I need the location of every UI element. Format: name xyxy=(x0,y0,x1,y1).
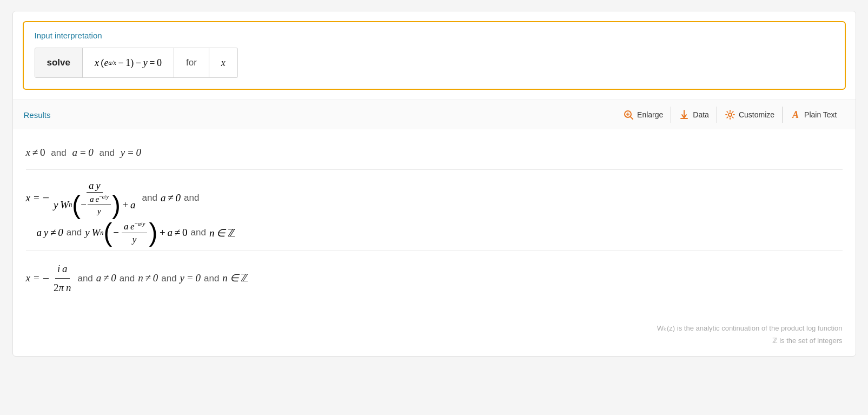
data-label: Data xyxy=(693,110,709,119)
equation-box: solve x (ea/x − 1) − y = 0 for x xyxy=(35,48,238,78)
main-card: Input interpretation solve x (ea/x − 1) … xyxy=(12,11,856,357)
customize-icon xyxy=(725,109,736,120)
result-1-math: x ≠ 0 xyxy=(26,147,48,158)
input-section: Input interpretation solve x (ea/x − 1) … xyxy=(23,21,846,90)
var-cell: x xyxy=(209,48,237,77)
enlarge-icon xyxy=(623,109,634,120)
plain-text-button[interactable]: A Plain Text xyxy=(783,107,844,123)
for-label: for xyxy=(186,57,197,68)
svg-point-5 xyxy=(728,113,732,116)
enlarge-button[interactable]: Enlarge xyxy=(615,107,671,123)
plaintext-icon: A xyxy=(790,109,801,120)
toolbar: Enlarge Data Customize xyxy=(615,107,844,123)
result-row-3: x = − i a 2π n and a ≠ 0 and n ≠ 0 and y… xyxy=(26,251,843,305)
for-cell: for xyxy=(174,48,209,77)
data-button[interactable]: Data xyxy=(671,107,717,123)
svg-rect-4 xyxy=(680,118,688,119)
result-row-1: x ≠ 0 and a = 0 and y = 0 xyxy=(26,135,843,170)
results-label: Results xyxy=(24,110,51,120)
results-header: Results Enlarge xyxy=(13,100,856,129)
solve-label: solve xyxy=(47,57,70,68)
result-row-2: x = − a y y Wn ( − a e−a/y y ) + a xyxy=(26,170,843,251)
var-label: x xyxy=(221,57,226,69)
customize-label: Customize xyxy=(739,110,774,119)
solve-cell: solve xyxy=(35,48,83,77)
footnote-1: Wₖ(z) is the analytic continuation of th… xyxy=(26,322,843,334)
equation-cell: x (ea/x − 1) − y = 0 xyxy=(83,48,174,77)
svg-line-1 xyxy=(631,117,633,120)
data-icon xyxy=(679,109,690,120)
footnotes: Wₖ(z) is the analytic continuation of th… xyxy=(13,315,856,356)
input-label: Input interpretation xyxy=(35,31,834,40)
results-content: x ≠ 0 and a = 0 and y = 0 x = − a y y Wn… xyxy=(13,129,856,315)
customize-button[interactable]: Customize xyxy=(717,107,783,123)
plain-text-label: Plain Text xyxy=(804,110,837,119)
footnote-2: ℤ is the set of integers xyxy=(26,334,843,347)
enlarge-label: Enlarge xyxy=(637,110,663,119)
